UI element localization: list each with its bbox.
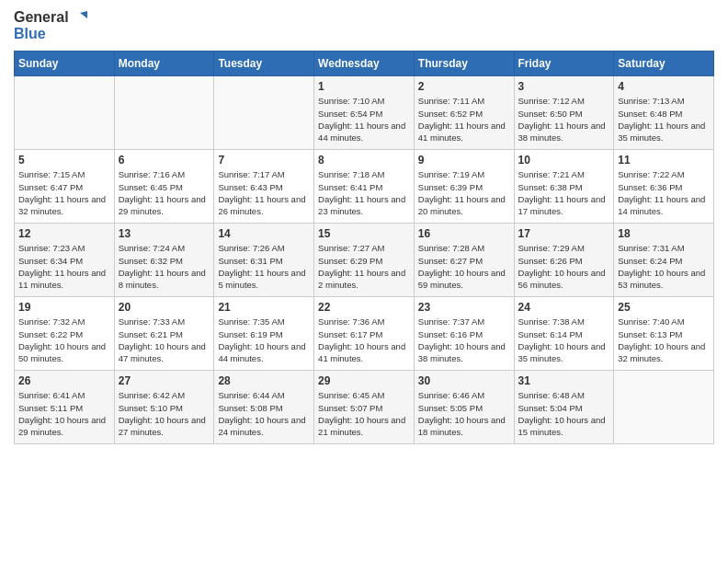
day-info: Sunrise: 7:37 AM Sunset: 6:16 PM Dayligh…	[418, 316, 510, 364]
calendar-cell: 27Sunrise: 6:42 AM Sunset: 5:10 PM Dayli…	[114, 371, 214, 444]
header-saturday: Saturday	[614, 52, 714, 76]
week-row-3: 12Sunrise: 7:23 AM Sunset: 6:34 PM Dayli…	[15, 224, 714, 297]
day-number: 15	[318, 227, 410, 240]
calendar-cell: 5Sunrise: 7:15 AM Sunset: 6:47 PM Daylig…	[15, 150, 115, 224]
calendar-cell: 8Sunrise: 7:18 AM Sunset: 6:41 PM Daylig…	[314, 150, 415, 224]
day-number: 19	[18, 301, 110, 314]
day-number: 16	[418, 227, 510, 240]
svg-marker-0	[80, 11, 87, 18]
day-number: 17	[518, 227, 610, 240]
calendar-cell	[114, 76, 214, 150]
day-info: Sunrise: 7:12 AM Sunset: 6:50 PM Dayligh…	[518, 95, 610, 144]
day-number: 21	[218, 301, 310, 314]
day-number: 29	[318, 374, 410, 387]
day-number: 8	[318, 154, 410, 167]
page-container: General Blue SundayMondayTuesdayWednesda…	[0, 0, 728, 458]
day-info: Sunrise: 7:13 AM Sunset: 6:48 PM Dayligh…	[618, 95, 710, 144]
calendar-cell: 17Sunrise: 7:29 AM Sunset: 6:26 PM Dayli…	[514, 224, 614, 297]
calendar-cell: 22Sunrise: 7:36 AM Sunset: 6:17 PM Dayli…	[314, 297, 415, 371]
day-info: Sunrise: 7:16 AM Sunset: 6:45 PM Dayligh…	[119, 168, 210, 217]
header-tuesday: Tuesday	[214, 52, 314, 76]
day-number: 22	[318, 301, 410, 314]
day-info: Sunrise: 7:10 AM Sunset: 6:54 PM Dayligh…	[318, 95, 410, 144]
day-number: 10	[518, 154, 610, 167]
day-number: 28	[218, 374, 310, 387]
calendar-cell: 13Sunrise: 7:24 AM Sunset: 6:32 PM Dayli…	[114, 224, 214, 297]
day-info: Sunrise: 7:38 AM Sunset: 6:14 PM Dayligh…	[518, 316, 610, 364]
logo: General Blue	[14, 9, 87, 41]
day-number: 9	[418, 154, 510, 167]
calendar-cell: 15Sunrise: 7:27 AM Sunset: 6:29 PM Dayli…	[314, 224, 415, 297]
day-number: 14	[218, 227, 310, 240]
day-number: 2	[418, 80, 510, 93]
day-info: Sunrise: 7:27 AM Sunset: 6:29 PM Dayligh…	[318, 242, 410, 291]
week-row-1: 1Sunrise: 7:10 AM Sunset: 6:54 PM Daylig…	[15, 76, 714, 150]
calendar-header-row: SundayMondayTuesdayWednesdayThursdayFrid…	[15, 52, 714, 76]
day-number: 1	[318, 80, 410, 93]
page-header: General Blue	[14, 9, 714, 41]
day-number: 5	[18, 154, 110, 167]
day-number: 30	[418, 374, 510, 387]
day-number: 20	[119, 301, 210, 314]
calendar-cell: 18Sunrise: 7:31 AM Sunset: 6:24 PM Dayli…	[614, 224, 714, 297]
calendar-cell: 4Sunrise: 7:13 AM Sunset: 6:48 PM Daylig…	[614, 76, 714, 150]
day-info: Sunrise: 7:19 AM Sunset: 6:39 PM Dayligh…	[418, 168, 510, 217]
day-info: Sunrise: 7:33 AM Sunset: 6:21 PM Dayligh…	[119, 316, 210, 364]
calendar-cell: 24Sunrise: 7:38 AM Sunset: 6:14 PM Dayli…	[514, 297, 614, 371]
day-number: 3	[518, 80, 610, 93]
calendar-cell: 31Sunrise: 6:48 AM Sunset: 5:04 PM Dayli…	[514, 371, 614, 444]
day-info: Sunrise: 7:32 AM Sunset: 6:22 PM Dayligh…	[18, 316, 110, 364]
day-number: 24	[518, 301, 610, 314]
day-info: Sunrise: 7:15 AM Sunset: 6:47 PM Dayligh…	[18, 168, 110, 217]
day-info: Sunrise: 7:21 AM Sunset: 6:38 PM Dayligh…	[518, 168, 610, 217]
logo-text: General Blue	[14, 9, 87, 41]
day-number: 6	[119, 154, 210, 167]
day-info: Sunrise: 7:26 AM Sunset: 6:31 PM Dayligh…	[218, 242, 310, 291]
day-info: Sunrise: 6:42 AM Sunset: 5:10 PM Dayligh…	[119, 389, 210, 438]
calendar-cell: 10Sunrise: 7:21 AM Sunset: 6:38 PM Dayli…	[514, 150, 614, 224]
calendar-cell: 2Sunrise: 7:11 AM Sunset: 6:52 PM Daylig…	[414, 76, 514, 150]
calendar-cell: 26Sunrise: 6:41 AM Sunset: 5:11 PM Dayli…	[15, 371, 115, 444]
calendar-cell: 1Sunrise: 7:10 AM Sunset: 6:54 PM Daylig…	[314, 76, 415, 150]
day-info: Sunrise: 7:23 AM Sunset: 6:34 PM Dayligh…	[18, 242, 110, 291]
calendar-cell: 19Sunrise: 7:32 AM Sunset: 6:22 PM Dayli…	[15, 297, 115, 371]
day-info: Sunrise: 7:24 AM Sunset: 6:32 PM Dayligh…	[119, 242, 210, 291]
day-info: Sunrise: 7:36 AM Sunset: 6:17 PM Dayligh…	[318, 316, 410, 364]
calendar-cell: 12Sunrise: 7:23 AM Sunset: 6:34 PM Dayli…	[15, 224, 115, 297]
calendar-cell: 14Sunrise: 7:26 AM Sunset: 6:31 PM Dayli…	[214, 224, 314, 297]
day-number: 31	[518, 374, 610, 387]
day-info: Sunrise: 7:28 AM Sunset: 6:27 PM Dayligh…	[418, 242, 510, 291]
calendar-cell	[614, 371, 714, 444]
calendar-cell: 28Sunrise: 6:44 AM Sunset: 5:08 PM Dayli…	[214, 371, 314, 444]
day-info: Sunrise: 7:22 AM Sunset: 6:36 PM Dayligh…	[618, 168, 710, 217]
calendar-cell: 21Sunrise: 7:35 AM Sunset: 6:19 PM Dayli…	[214, 297, 314, 371]
calendar-cell: 6Sunrise: 7:16 AM Sunset: 6:45 PM Daylig…	[114, 150, 214, 224]
day-info: Sunrise: 7:11 AM Sunset: 6:52 PM Dayligh…	[418, 95, 510, 144]
calendar-cell: 25Sunrise: 7:40 AM Sunset: 6:13 PM Dayli…	[614, 297, 714, 371]
day-number: 4	[618, 80, 710, 93]
week-row-4: 19Sunrise: 7:32 AM Sunset: 6:22 PM Dayli…	[15, 297, 714, 371]
calendar-cell: 9Sunrise: 7:19 AM Sunset: 6:39 PM Daylig…	[414, 150, 514, 224]
day-info: Sunrise: 6:48 AM Sunset: 5:04 PM Dayligh…	[518, 389, 610, 438]
day-info: Sunrise: 6:46 AM Sunset: 5:05 PM Dayligh…	[418, 389, 510, 438]
calendar-cell: 11Sunrise: 7:22 AM Sunset: 6:36 PM Dayli…	[614, 150, 714, 224]
calendar-cell: 16Sunrise: 7:28 AM Sunset: 6:27 PM Dayli…	[414, 224, 514, 297]
day-number: 7	[218, 154, 310, 167]
day-number: 26	[18, 374, 110, 387]
day-info: Sunrise: 7:31 AM Sunset: 6:24 PM Dayligh…	[618, 242, 710, 291]
day-number: 12	[18, 227, 110, 240]
header-wednesday: Wednesday	[314, 52, 415, 76]
day-info: Sunrise: 7:18 AM Sunset: 6:41 PM Dayligh…	[318, 168, 410, 217]
calendar-cell: 3Sunrise: 7:12 AM Sunset: 6:50 PM Daylig…	[514, 76, 614, 150]
header-monday: Monday	[114, 52, 214, 76]
day-number: 11	[618, 154, 710, 167]
week-row-2: 5Sunrise: 7:15 AM Sunset: 6:47 PM Daylig…	[15, 150, 714, 224]
day-info: Sunrise: 6:44 AM Sunset: 5:08 PM Dayligh…	[218, 389, 310, 438]
logo-bird-icon	[73, 11, 87, 26]
calendar-cell: 23Sunrise: 7:37 AM Sunset: 6:16 PM Dayli…	[414, 297, 514, 371]
day-number: 18	[618, 227, 710, 240]
day-info: Sunrise: 7:35 AM Sunset: 6:19 PM Dayligh…	[218, 316, 310, 364]
day-info: Sunrise: 7:40 AM Sunset: 6:13 PM Dayligh…	[618, 316, 710, 364]
header-thursday: Thursday	[414, 52, 514, 76]
day-number: 23	[418, 301, 510, 314]
